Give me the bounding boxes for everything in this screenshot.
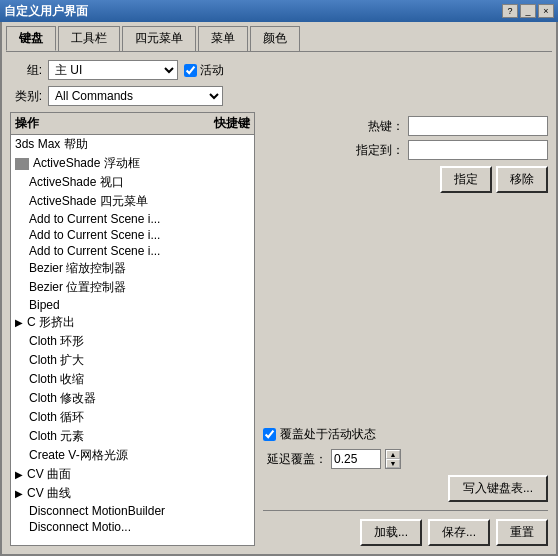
list-item[interactable]: ▶ CV 曲面 <box>11 465 254 484</box>
item-text: Add to Current Scene i... <box>29 244 160 258</box>
category-row: 类别: All Commands <box>10 86 548 106</box>
list-item[interactable]: Cloth 元素 <box>11 427 254 446</box>
list-item[interactable]: Add to Current Scene i... <box>11 211 254 227</box>
group-row: 组: 主 UI 活动 <box>10 60 548 80</box>
hotkey-label: 热键： <box>366 118 404 135</box>
assign-to-input[interactable] <box>408 140 548 160</box>
tab-bar: 键盘 工具栏 四元菜单 菜单 颜色 <box>2 22 556 51</box>
item-text: Bezier 位置控制器 <box>29 279 126 296</box>
item-text: Cloth 收缩 <box>29 371 84 388</box>
write-keyboard-button[interactable]: 写入键盘表... <box>448 475 548 502</box>
list-item[interactable]: ActiveShade 浮动框 <box>11 154 254 173</box>
right-bottom: 覆盖处于活动状态 延迟覆盖： ▲ ▼ 写入键盘表... <box>263 426 548 546</box>
item-text: Disconnect Motio... <box>29 520 131 534</box>
save-button[interactable]: 保存... <box>428 519 490 546</box>
hotkey-row: 热键： <box>263 116 548 136</box>
active-label: 活动 <box>200 62 224 79</box>
item-text: Cloth 环形 <box>29 333 84 350</box>
arrow-icon: ▶ <box>15 317 23 328</box>
write-btn-row: 写入键盘表... <box>263 475 548 502</box>
spinner: ▲ ▼ <box>385 449 401 469</box>
active-checkbox-group: 活动 <box>184 62 224 79</box>
window-title: 自定义用户界面 <box>4 3 88 20</box>
delay-input[interactable] <box>331 449 381 469</box>
spin-down-button[interactable]: ▼ <box>386 459 400 468</box>
list-item[interactable]: Cloth 环形 <box>11 332 254 351</box>
item-text: Cloth 循环 <box>29 409 84 426</box>
active-checkbox[interactable] <box>184 64 197 77</box>
col-shortcut: 快捷键 <box>214 115 250 132</box>
list-item[interactable]: Disconnect MotionBuilder <box>11 503 254 519</box>
list-item[interactable]: Cloth 循环 <box>11 408 254 427</box>
item-text: Biped <box>29 298 60 312</box>
item-text: CV 曲线 <box>27 485 71 502</box>
list-item[interactable]: Create V-网格光源 <box>11 446 254 465</box>
spin-up-button[interactable]: ▲ <box>386 450 400 459</box>
assign-button[interactable]: 指定 <box>440 166 492 193</box>
category-label: 类别: <box>10 88 42 105</box>
list-scroll[interactable]: 3ds Max 帮助 ActiveShade 浮动框 ActiveShade 视… <box>11 135 254 545</box>
bottom-row: 加载... 保存... 重置 <box>263 519 548 546</box>
tab-quad-menu[interactable]: 四元菜单 <box>122 26 196 51</box>
item-text: ActiveShade 视口 <box>29 174 124 191</box>
item-text: Cloth 扩大 <box>29 352 84 369</box>
cover-checkbox[interactable] <box>263 428 276 441</box>
left-panel: 操作 快捷键 3ds Max 帮助 ActiveShade 浮动框 Active… <box>10 112 255 546</box>
list-item[interactable]: Disconnect Motio... <box>11 519 254 535</box>
close-button[interactable]: × <box>538 4 554 18</box>
tab-keyboard[interactable]: 键盘 <box>6 26 56 51</box>
item-text: Add to Current Scene i... <box>29 228 160 242</box>
col-action: 操作 <box>15 115 39 132</box>
list-container: 3ds Max 帮助 ActiveShade 浮动框 ActiveShade 视… <box>10 134 255 546</box>
group-select[interactable]: 主 UI <box>48 60 178 80</box>
minimize-button[interactable]: _ <box>520 4 536 18</box>
list-item[interactable]: ▶ C 形挤出 <box>11 313 254 332</box>
list-item[interactable]: 3ds Max 帮助 <box>11 135 254 154</box>
delay-label: 延迟覆盖： <box>267 451 327 468</box>
help-button[interactable]: ? <box>502 4 518 18</box>
hotkey-input[interactable] <box>408 116 548 136</box>
reset-button[interactable]: 重置 <box>496 519 548 546</box>
list-item[interactable]: Bezier 位置控制器 <box>11 278 254 297</box>
title-bar: 自定义用户界面 ? _ × <box>0 0 558 22</box>
assign-to-label: 指定到： <box>356 142 404 159</box>
tab-menu[interactable]: 菜单 <box>198 26 248 51</box>
remove-button[interactable]: 移除 <box>496 166 548 193</box>
divider <box>263 510 548 511</box>
delay-row: 延迟覆盖： ▲ ▼ <box>267 449 548 469</box>
dialog-content: 组: 主 UI 活动 类别: All Commands 操作 快捷键 <box>2 52 556 554</box>
item-text: Add to Current Scene i... <box>29 212 160 226</box>
load-button[interactable]: 加载... <box>360 519 422 546</box>
list-item[interactable]: Cloth 修改器 <box>11 389 254 408</box>
item-text: Cloth 修改器 <box>29 390 96 407</box>
category-select[interactable]: All Commands <box>48 86 223 106</box>
item-icon <box>15 158 29 170</box>
group-label: 组: <box>10 62 42 79</box>
item-text: C 形挤出 <box>27 314 75 331</box>
list-item[interactable]: ▶ CV 曲线 <box>11 484 254 503</box>
cover-row: 覆盖处于活动状态 <box>263 426 548 443</box>
list-item[interactable]: Cloth 扩大 <box>11 351 254 370</box>
main-dialog: 键盘 工具栏 四元菜单 菜单 颜色 组: 主 UI 活动 类别: All Com… <box>0 22 558 556</box>
title-buttons: ? _ × <box>502 4 554 18</box>
tab-toolbar[interactable]: 工具栏 <box>58 26 120 51</box>
item-text: Cloth 元素 <box>29 428 84 445</box>
item-text: 3ds Max 帮助 <box>15 136 88 153</box>
list-item[interactable]: ActiveShade 视口 <box>11 173 254 192</box>
item-text: Disconnect MotionBuilder <box>29 504 165 518</box>
item-text: Bezier 缩放控制器 <box>29 260 126 277</box>
list-item[interactable]: Bezier 缩放控制器 <box>11 259 254 278</box>
item-text: CV 曲面 <box>27 466 71 483</box>
list-item[interactable]: ActiveShade 四元菜单 <box>11 192 254 211</box>
list-item[interactable]: Cloth 收缩 <box>11 370 254 389</box>
cover-label: 覆盖处于活动状态 <box>280 426 376 443</box>
item-text: ActiveShade 四元菜单 <box>29 193 148 210</box>
list-item[interactable]: Biped <box>11 297 254 313</box>
tab-color[interactable]: 颜色 <box>250 26 300 51</box>
list-item[interactable]: Add to Current Scene i... <box>11 243 254 259</box>
right-top: 热键： 指定到： 指定 移除 <box>263 112 548 193</box>
assign-to-row: 指定到： <box>263 140 548 160</box>
list-item[interactable]: Add to Current Scene i... <box>11 227 254 243</box>
item-text: Create V-网格光源 <box>29 447 128 464</box>
item-text: ActiveShade 浮动框 <box>33 155 140 172</box>
